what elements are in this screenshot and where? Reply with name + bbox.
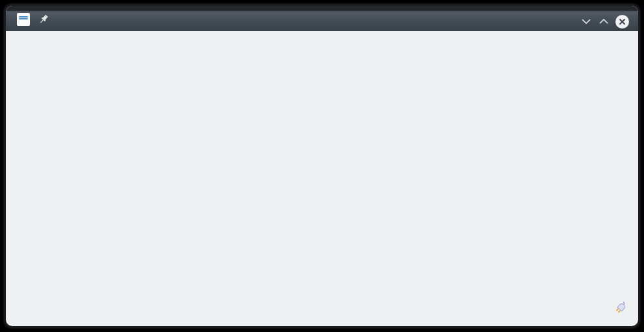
menubar (6, 31, 638, 52)
titlebar (6, 6, 638, 31)
menu-file[interactable] (23, 31, 25, 52)
menu-interaction[interactable] (49, 31, 52, 52)
gfz-app-icon (17, 13, 30, 26)
pin-icon[interactable] (37, 14, 50, 28)
vertical-scrollbar[interactable] (610, 66, 614, 96)
time-axis-labels (6, 257, 638, 283)
menu-help[interactable] (107, 31, 110, 52)
minimize-button[interactable] (580, 16, 592, 27)
statusbar (6, 298, 638, 326)
time-axis (117, 245, 626, 257)
maximize-button[interactable] (598, 16, 610, 27)
trace-label-column (6, 62, 117, 245)
app-window (6, 6, 638, 326)
close-button[interactable] (615, 15, 629, 29)
waveform-canvas[interactable] (117, 62, 608, 245)
connection-plug-icon (615, 300, 628, 317)
